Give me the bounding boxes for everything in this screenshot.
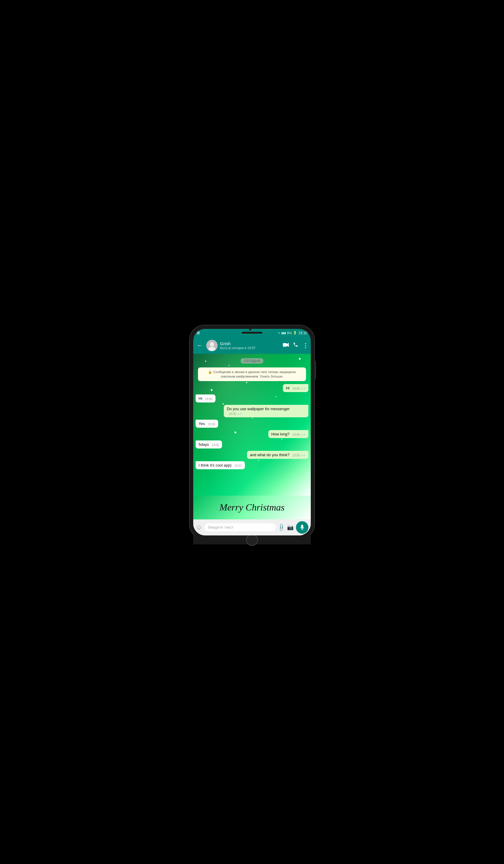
message-text: and what do you think? [250,453,290,457]
message-meta: 19:05 [205,397,213,401]
svg-marker-4 [287,343,289,347]
notification-icon: 🖼 [197,331,200,335]
xmas-text: Merry Christmas [219,502,285,513]
status-right: ∿ ▮▮▮ 8% 🔋 19:10 [278,331,307,335]
read-receipt-icon: ✓✓ [301,387,305,390]
phone-screen: 🖼 ∿ ▮▮▮ 8% 🔋 19:10 ← Grish [193,329,311,536]
status-left: 🖼 [197,331,200,335]
contact-name: Grish [220,341,280,346]
message-meta: 19:06 [212,443,219,447]
chat-area: СЕГОДНЯ 🔒 Сообщения и звонки в данном ча… [193,354,311,496]
attach-button[interactable]: 📎 [277,523,286,532]
message-time: 19:06 [212,443,219,447]
svg-rect-3 [283,343,287,347]
phone-call-button[interactable] [293,342,298,349]
svg-point-1 [210,342,214,346]
encryption-notice: 🔒 Сообщения и звонки в данном чате тепер… [198,368,306,381]
microphone-button[interactable] [296,521,308,533]
message-text: Hi [199,396,202,401]
input-row: ☺ Введите текст 📎 📷 [193,519,311,536]
message-meta: 19:05 ✓✓ [229,412,242,416]
message-meta: 19:07 [235,464,242,467]
message-time: 19:06 [292,433,300,436]
xmas-image: Merry Christmas [193,496,311,519]
wifi-icon: ∿ [278,331,280,335]
message-time: 19:05 [229,412,236,416]
message-text: Do you use wallpaper for messenger [227,407,290,411]
home-area [193,536,311,544]
message-meta: 19:06 ✓✓ [292,433,305,436]
message-time: 19:05 [205,397,213,401]
input-placeholder: Введите текст [208,525,233,529]
chat-header: ← Grish был(-а) сегодня в 19:07 [193,337,311,354]
battery-level: 8% [287,331,292,335]
date-label: СЕГОДНЯ [241,358,263,363]
message-time: 19:07 [235,464,242,467]
message-row: Yes 19:06 [196,420,308,428]
message-bubble: Yes 19:06 [196,420,218,428]
message-bubble: Do you use wallpaper for messenger 19:05… [224,405,308,417]
phone-device: 🖼 ∿ ▮▮▮ 8% 🔋 19:10 ← Grish [190,325,314,539]
home-button[interactable] [246,534,258,546]
message-time: 19:06 [292,454,300,457]
message-time: 19:06 [208,423,215,426]
message-row: Hi 19:05 [196,394,308,403]
contact-avatar[interactable] [206,340,218,351]
read-receipt-icon: ✓✓ [301,454,305,457]
message-text: I think it's cool app) [199,463,231,467]
read-receipt-icon: ✓✓ [301,433,305,436]
message-row: How long? 19:06 ✓✓ [196,430,308,438]
contact-info[interactable]: Grish был(-а) сегодня в 19:07 [220,341,280,350]
read-receipt-icon: ✓✓ [237,412,242,416]
message-meta: 19:05 ✓✓ [292,387,305,390]
message-row: Do you use wallpaper for messenger 19:05… [196,405,308,417]
header-icons: ⋮ [283,342,308,349]
camera-button[interactable]: 📷 [287,524,293,531]
message-bubble: Hi 19:05 ✓✓ [283,384,308,392]
battery-icon: 🔋 [293,331,297,335]
message-bubble: 5days 19:06 [196,441,222,448]
message-meta: 19:06 ✓✓ [292,454,305,457]
message-bubble: Hi 19:05 [196,394,216,403]
message-row: and what do you think? 19:06 ✓✓ [196,451,308,459]
message-text: 5days [199,442,209,447]
messages-container: СЕГОДНЯ 🔒 Сообщения и звонки в данном ча… [193,354,311,472]
bottom-area: Merry Christmas ☺ Введите текст 📎 📷 [193,496,311,536]
clock: 19:10 [298,331,307,335]
signal-bars: ▮▮▮ [281,332,286,335]
message-meta: 19:06 [208,423,215,426]
speaker-grille [242,332,262,334]
message-time: 19:05 [292,387,300,390]
message-text: Yes [199,421,205,426]
front-camera [249,328,251,331]
more-menu-button[interactable]: ⋮ [302,342,308,349]
message-text: How long? [271,432,289,436]
message-bubble: and what do you think? 19:06 ✓✓ [247,451,308,459]
message-bubble: How long? 19:06 ✓✓ [268,430,308,438]
message-row: I think it's cool app) 19:07 [196,461,308,469]
message-input[interactable]: Введите текст [204,523,276,531]
video-call-button[interactable] [283,342,289,348]
emoji-button[interactable]: ☺ [196,524,202,531]
message-bubble: I think it's cool app) 19:07 [196,461,245,469]
message-row: Hi 19:05 ✓✓ [196,384,308,392]
message-row: 5days 19:06 [196,441,308,448]
back-button[interactable]: ← [196,341,204,350]
message-text: Hi [286,386,289,390]
contact-status: был(-а) сегодня в 19:07 [220,346,280,350]
